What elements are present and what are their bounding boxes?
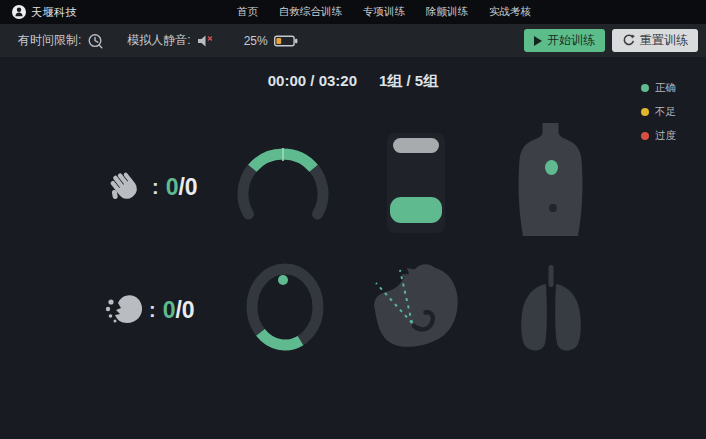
correct-dot-icon — [641, 84, 649, 92]
compression-hand-icon — [107, 168, 147, 206]
session-groups: 1组 / 5组 — [379, 72, 438, 91]
insufficient-dot-icon — [641, 108, 649, 116]
session-status: 00:00 / 03:20 1组 / 5组 — [0, 72, 706, 91]
top-nav-bar: 天堰科技 首页 自救综合训练 专项训练 除颤训练 实战考核 — [0, 0, 706, 24]
ventilation-total-count: /0 — [175, 297, 194, 323]
battery-icon — [274, 35, 298, 47]
legend-excessive-label: 过度 — [655, 129, 676, 143]
nav-item-practical-assessment[interactable]: 实战考核 — [489, 5, 531, 19]
battery-status: 25% — [244, 34, 298, 48]
compression-colon: : — [152, 176, 159, 199]
compression-counter: : 0/0 — [107, 167, 198, 207]
main-nav: 首页 自救综合训练 专项训练 除颤训练 实战考核 — [237, 0, 531, 24]
start-training-button[interactable]: 开始训练 — [524, 29, 605, 52]
mute-label: 模拟人静音: — [127, 32, 190, 49]
head-tilt-angle-icon — [363, 260, 463, 355]
nav-item-home[interactable]: 首页 — [237, 5, 258, 19]
legend-excessive: 过度 — [641, 128, 676, 144]
time-limit-setting: 有时间限制: — [18, 32, 103, 49]
brand-logo-icon — [12, 5, 26, 19]
ventilation-colon: : — [149, 299, 156, 322]
ventilation-correct-count: 0 — [163, 297, 176, 323]
nav-item-comprehensive-training[interactable]: 自救综合训练 — [279, 5, 342, 19]
nav-item-defibrillation-training[interactable]: 除颤训练 — [426, 5, 468, 19]
time-limit-label: 有时间限制: — [18, 32, 81, 49]
result-legend: 正确 不足 过度 — [641, 80, 676, 152]
compression-correct-count: 0 — [166, 174, 179, 200]
legend-correct-label: 正确 — [655, 81, 676, 95]
brand-name: 天堰科技 — [31, 5, 77, 20]
depth-marker — [393, 138, 439, 153]
speaker-muted-icon[interactable] — [197, 34, 214, 48]
manikin-mute-setting: 模拟人静音: — [127, 32, 213, 49]
torso-hand-position-icon — [513, 123, 588, 237]
compression-rate-gauge — [228, 144, 338, 236]
ventilation-marker-dot — [278, 275, 288, 285]
training-dashboard: 00:00 / 03:20 1组 / 5组 正确 不足 过度 — [0, 57, 706, 439]
legend-insufficient-label: 不足 — [655, 105, 676, 119]
compression-total-count: /0 — [178, 174, 197, 200]
hand-position-dot — [545, 160, 558, 175]
compression-depth-indicator — [387, 133, 445, 233]
ventilation-counter: : 0/0 — [104, 290, 195, 330]
brand: 天堰科技 — [0, 5, 77, 20]
play-icon — [534, 36, 542, 46]
depth-target-zone — [390, 197, 442, 223]
legend-insufficient: 不足 — [641, 104, 676, 120]
legend-correct: 正确 — [641, 80, 676, 96]
nav-item-special-training[interactable]: 专项训练 — [363, 5, 405, 19]
cpr-training-app: 天堰科技 首页 自救综合训练 专项训练 除颤训练 实战考核 有时间限制: 模拟人… — [0, 0, 706, 439]
ventilation-volume-gauge — [243, 261, 327, 353]
clock-icon[interactable] — [87, 33, 103, 49]
reset-training-button[interactable]: 重置训练 — [612, 29, 698, 52]
start-training-label: 开始训练 — [547, 32, 595, 49]
toolbar: 有时间限制: 模拟人静音: 25% 开始 — [0, 24, 706, 57]
lungs-icon — [512, 265, 590, 352]
excessive-dot-icon — [641, 132, 649, 140]
session-timer: 00:00 / 03:20 — [268, 72, 357, 91]
battery-percent: 25% — [244, 34, 268, 48]
ventilation-breath-icon — [104, 292, 144, 328]
reset-training-label: 重置训练 — [640, 32, 688, 49]
toolbar-buttons: 开始训练 重置训练 — [524, 29, 698, 52]
reset-icon — [622, 34, 635, 47]
